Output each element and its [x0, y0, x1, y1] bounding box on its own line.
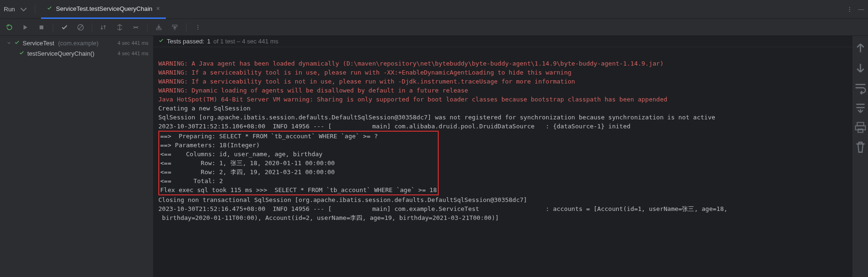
separator [53, 23, 53, 32]
summary-count: 1 [207, 38, 211, 45]
expand-all-icon[interactable] [114, 22, 125, 33]
toolbar-more-icon[interactable] [192, 22, 204, 33]
summary-label: Tests passed: [167, 38, 205, 45]
console-line: Flex exec sql took 115 ms >>> SELECT * F… [160, 186, 437, 193]
console-line: ==> Parameters: 18(Integer) [160, 142, 260, 149]
header-right: — [844, 4, 864, 15]
svg-rect-11 [857, 123, 864, 126]
console-line: Closing non transactional SqlSession [or… [158, 196, 527, 203]
console-output[interactable]: WARNING: A Java agent has been loaded dy… [154, 47, 852, 277]
console-line: <== Row: 1, 张三, 18, 2020-01-11 00:00:00 [160, 159, 335, 167]
console-line: <== Total: 2 [160, 177, 223, 185]
svg-point-0 [849, 7, 850, 8]
console-line: 2023-10-30T21:52:16.475+08:00 INFO 14956… [158, 205, 731, 212]
content: ServiceTest (com.example) 4 sec 441 ms t… [0, 36, 852, 277]
stop-icon[interactable] [36, 22, 47, 33]
tab-title: ServiceTest.testServiceQueryChain [56, 5, 152, 12]
check-icon [14, 40, 20, 47]
check-icon [19, 50, 25, 57]
console-panel: Tests passed: 1 of 1 test – 4 sec 441 ms… [154, 36, 852, 277]
tree-method-node[interactable]: testServiceQueryChain() 4 sec 441 ms [0, 48, 153, 59]
header-left: Run ServiceTest.testServiceQueryChain × [4, 0, 844, 19]
chevron-down-icon[interactable] [7, 40, 11, 47]
summary-rest: of 1 test – 4 sec 441 ms [213, 38, 278, 45]
console-line: WARNING: If a serviceability tool is in … [158, 69, 572, 76]
console-line: WARNING: Dynamic loading of agents will … [158, 87, 468, 94]
close-icon[interactable]: × [156, 5, 160, 12]
tree-node-name: testServiceQueryChain() [27, 50, 94, 57]
console-line: 2023-10-30T21:52:15.106+08:00 INFO 14956… [158, 123, 631, 130]
check-icon [47, 5, 52, 12]
svg-point-8 [197, 25, 198, 26]
console-line: Creating a new SqlSession [158, 105, 251, 112]
console-line: Java HotSpot(TM) 64-Bit Server VM warnin… [158, 96, 667, 103]
trash-icon[interactable] [854, 141, 867, 154]
run-dropdown-chevron-icon[interactable] [18, 4, 29, 15]
svg-rect-7 [172, 25, 177, 26]
tree-class-node[interactable]: ServiceTest (com.example) 4 sec 441 ms [0, 38, 153, 48]
svg-line-5 [79, 25, 82, 29]
separator [92, 23, 92, 32]
rerun-icon[interactable] [4, 22, 15, 33]
tree-node-time: 4 sec 441 ms [118, 50, 148, 56]
svg-point-10 [197, 29, 198, 30]
print-icon[interactable] [854, 121, 867, 134]
show-passed-icon[interactable] [59, 22, 70, 33]
down-stack-icon[interactable] [854, 61, 867, 75]
console-line: <== Columns: id, user_name, age, birthda… [160, 151, 322, 158]
test-toolbar [0, 19, 868, 36]
up-stack-icon[interactable] [854, 42, 867, 55]
svg-rect-6 [156, 28, 161, 30]
main-area: ServiceTest (com.example) 4 sec 441 ms t… [0, 36, 868, 277]
console-line: WARNING: A Java agent has been loaded dy… [158, 60, 663, 67]
svg-rect-3 [40, 25, 43, 29]
import-icon[interactable] [153, 22, 164, 33]
run-configuration-tab[interactable]: ServiceTest.testServiceQueryChain × [41, 0, 166, 19]
separator [147, 23, 147, 32]
tree-node-package: (com.example) [58, 40, 98, 47]
more-options-icon[interactable] [844, 4, 855, 15]
run-tool-window-header: Run ServiceTest.testServiceQueryChain × … [0, 0, 868, 19]
soft-wrap-icon[interactable] [854, 81, 867, 94]
console-line: <== Row: 2, 李四, 19, 2021-03-21 00:00:00 [160, 168, 335, 176]
test-summary: Tests passed: 1 of 1 test – 4 sec 441 ms [154, 36, 852, 47]
svg-point-1 [849, 9, 850, 10]
highlighted-sql-block: ==> Preparing: SELECT * FROM `tb_account… [158, 131, 439, 195]
check-icon [158, 38, 164, 45]
separator [35, 5, 35, 14]
svg-point-2 [849, 11, 850, 12]
console-right-rail [852, 36, 868, 277]
minimize-icon[interactable]: — [858, 6, 864, 13]
collapse-all-icon[interactable] [130, 22, 141, 33]
sort-icon[interactable] [98, 22, 109, 33]
console-line: ==> Preparing: SELECT * FROM `tb_account… [160, 133, 378, 140]
run-label[interactable]: Run [4, 4, 29, 15]
test-tree[interactable]: ServiceTest (com.example) 4 sec 441 ms t… [0, 36, 154, 277]
rerun-failed-icon[interactable] [20, 22, 31, 33]
console-line: birthday=2020-01-11T00:00), Account(id=2… [158, 214, 499, 221]
tree-node-name: ServiceTest [23, 40, 54, 47]
scroll-to-end-icon[interactable] [854, 101, 867, 114]
svg-point-9 [197, 27, 198, 28]
console-line: SqlSession [org.apache.ibatis.session.de… [158, 114, 715, 121]
run-label-text: Run [4, 6, 15, 13]
show-ignored-icon[interactable] [75, 22, 86, 33]
separator [186, 23, 187, 32]
console-line: WARNING: If a serviceability tool is not… [158, 78, 575, 85]
export-icon[interactable] [169, 22, 180, 33]
tree-node-time: 4 sec 441 ms [118, 40, 148, 46]
